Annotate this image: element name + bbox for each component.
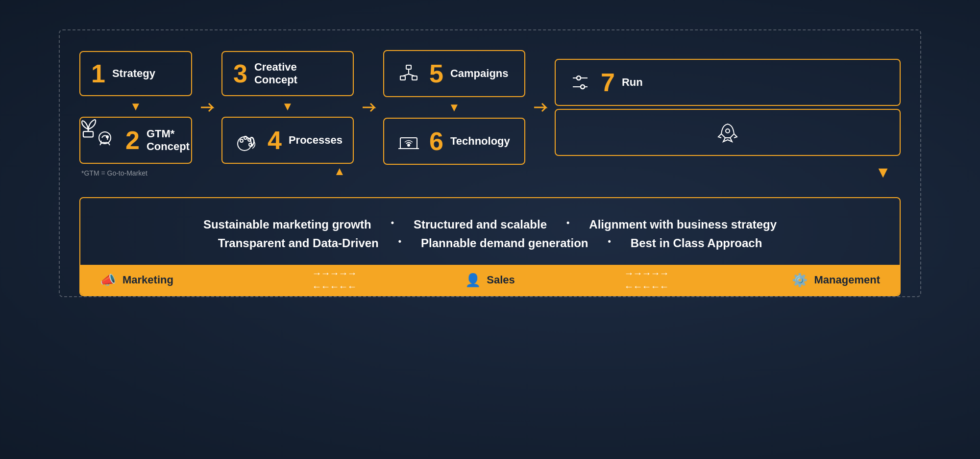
rocket-icon	[714, 119, 741, 146]
benefit-1: Sustainable marketing growth	[203, 218, 371, 231]
palette-icon	[233, 127, 261, 154]
bottom-section: Sustainable marketing growth • Structure…	[79, 197, 901, 296]
step-4-number: 4	[268, 128, 282, 153]
svg-point-20	[726, 129, 730, 133]
step-7-number: 7	[601, 70, 615, 95]
arrow-right-2-bar: →→→→→	[624, 268, 668, 279]
arrow-right-1	[192, 98, 221, 117]
step-7-sliders-area: 7 Run	[555, 59, 901, 106]
arrow-right-1-bar: →→→→→	[312, 268, 356, 279]
benefit-5: Plannable demand generation	[421, 236, 588, 250]
step-4-label: Processes	[289, 134, 343, 147]
person-circle-icon: 👤	[465, 273, 481, 288]
svg-point-4	[244, 136, 247, 139]
svg-rect-7	[406, 65, 411, 69]
exchange-arrows-2: →→→→→ ←←←←←	[624, 268, 668, 292]
megaphone-icon: 📣	[100, 273, 116, 288]
benefit-3: Alignment with business strategy	[589, 218, 777, 231]
svg-point-3	[240, 139, 243, 142]
arrow-1-to-2: ▼	[128, 99, 143, 114]
arrow-4-up: ▲	[332, 164, 347, 178]
svg-rect-8	[400, 76, 405, 80]
laptop-wifi-icon	[395, 128, 422, 155]
bar-arrows-1: →→→→→ ←←←←←	[256, 268, 412, 292]
svg-point-1	[106, 136, 108, 138]
step-3-box: 3 CreativeConcept	[221, 51, 354, 97]
step-2-content: 2	[125, 128, 140, 153]
plant-icon-overlay	[74, 113, 102, 142]
svg-line-11	[403, 74, 409, 76]
benefits-line-2: Transparent and Data-Driven • Plannable …	[110, 236, 870, 250]
group-5-6: 5 Campaigns ▼	[383, 50, 525, 165]
bar-sales-label: Sales	[487, 274, 515, 286]
step-5-number: 5	[429, 61, 443, 86]
bar-sales: 👤 Sales	[412, 273, 568, 288]
step-6-box: 6 Technology	[383, 118, 525, 165]
arrow-left-2-bar: ←←←←←	[624, 281, 668, 292]
step-6-number: 6	[429, 128, 443, 154]
pair-3-4: 3 CreativeConcept ▼	[221, 51, 354, 164]
step-2-label: GTM*Concept	[147, 128, 190, 153]
steps-row: 1 Strategy ▼	[79, 50, 901, 165]
benefits-area: Sustainable marketing growth • Structure…	[110, 218, 870, 250]
step-7-label: Run	[622, 76, 643, 89]
step-3-number: 3	[233, 61, 247, 86]
benefit-6: Best in Class Approach	[631, 236, 762, 250]
sliders-icon	[566, 69, 594, 96]
step-2-number: 2	[125, 126, 140, 154]
step-7-rocket-area	[555, 109, 901, 156]
gtm-note-text: *GTM = Go-to-Market	[81, 169, 147, 177]
exchange-arrows-1: →→→→→ ←←←←←	[312, 268, 356, 292]
final-down-arrow: ▼	[875, 163, 891, 181]
step-4-box: 4 Processes	[221, 117, 354, 164]
benefit-2: Structured and scalable	[414, 218, 547, 231]
step-1-number: 1	[91, 61, 105, 86]
pair-1-2: 1 Strategy ▼	[79, 51, 192, 164]
outer-frame: 1 Strategy ▼	[59, 29, 921, 297]
step-3-label: CreativeConcept	[254, 61, 297, 87]
svg-point-17	[577, 76, 581, 80]
svg-rect-13	[400, 138, 417, 149]
svg-rect-9	[412, 76, 417, 80]
step-5-label: Campaigns	[450, 67, 509, 80]
step-5-box: 5 Campaigns	[383, 50, 525, 97]
group-1-2: 1 Strategy ▼	[79, 51, 192, 164]
arrow-left-1-bar: ←←←←←	[312, 281, 356, 292]
group-3-4: 3 CreativeConcept ▼	[221, 51, 354, 164]
step-1-label: Strategy	[112, 67, 155, 80]
bar-marketing: 📣 Marketing	[100, 273, 256, 288]
bar-marketing-label: Marketing	[122, 274, 173, 286]
bar-arrows-2: →→→→→ ←←←←←	[568, 268, 724, 292]
step-1-box: 1 Strategy	[79, 51, 192, 96]
bottom-bar: 📣 Marketing →→→→→ ←←←←← 👤 Sales	[80, 265, 900, 295]
pair-5-6: 5 Campaigns ▼	[383, 50, 525, 165]
svg-point-19	[581, 85, 585, 89]
arrow-right-3	[525, 98, 555, 117]
step-6-label: Technology	[450, 135, 510, 148]
benefit-4: Transparent and Data-Driven	[218, 236, 379, 250]
group-7: 7 Run ▼	[555, 59, 901, 156]
svg-point-5	[248, 138, 251, 141]
svg-point-15	[408, 144, 410, 146]
svg-line-12	[409, 74, 415, 76]
benefits-line-1: Sustainable marketing growth • Structure…	[110, 218, 870, 231]
gtm-note-area: *GTM = Go-to-Market	[81, 169, 901, 178]
settings-circle-icon: ⚙️	[792, 273, 808, 288]
network-icon	[395, 60, 422, 87]
arrow-3-to-4: ▼	[280, 99, 295, 114]
bar-management-label: Management	[814, 274, 880, 286]
arrow-right-2	[354, 98, 383, 117]
arrow-5-to-6: ▼	[447, 100, 462, 115]
svg-rect-21	[83, 131, 93, 137]
bar-management: ⚙️ Management	[724, 273, 880, 288]
